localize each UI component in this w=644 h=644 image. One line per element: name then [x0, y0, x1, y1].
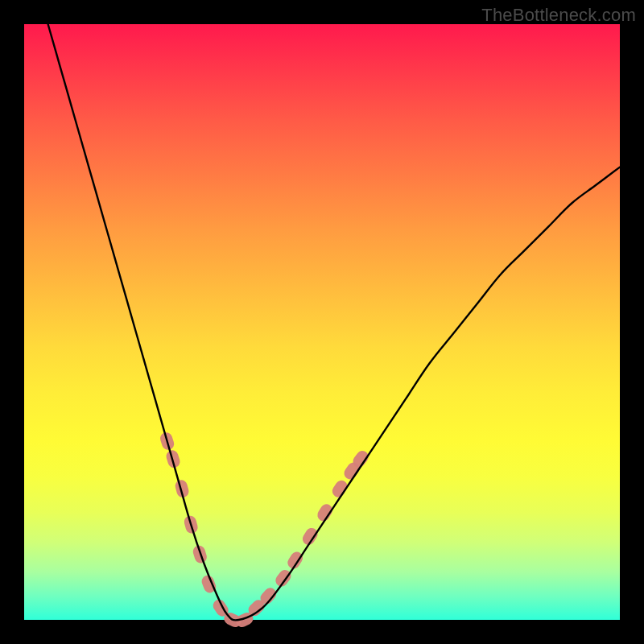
chart-frame: TheBottleneck.com: [0, 0, 644, 644]
chart-svg: [24, 24, 620, 620]
plot-area: [24, 24, 620, 620]
highlight-markers: [159, 431, 371, 629]
marker-pill: [285, 550, 305, 572]
bottleneck-curve: [48, 24, 620, 620]
watermark-text: TheBottleneck.com: [481, 5, 636, 26]
